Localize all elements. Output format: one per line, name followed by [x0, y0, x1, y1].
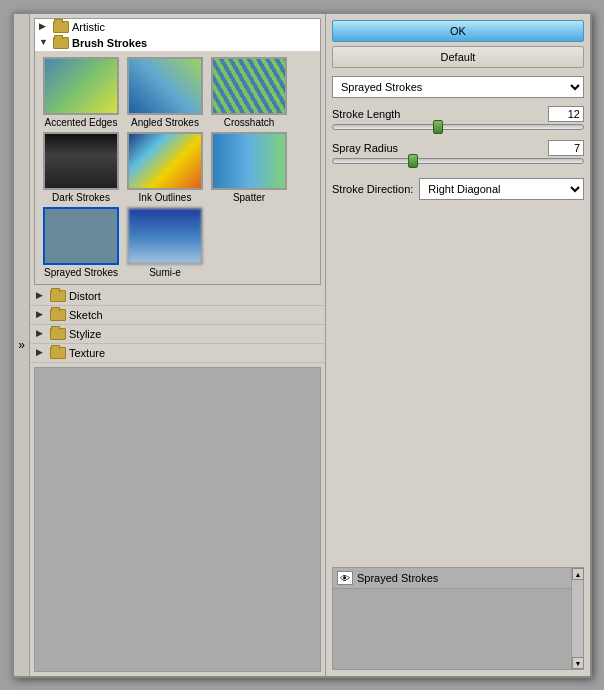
thumb-img-ink-outlines	[127, 132, 203, 190]
layer-panel: 👁 Sprayed Strokes ▲ ▼	[332, 567, 584, 670]
spray-radius-thumb[interactable]	[408, 154, 418, 168]
layer-visibility-toggle[interactable]: 👁	[337, 571, 353, 585]
filter-dropdown[interactable]: Sprayed Strokes Accented Edges Angled St…	[332, 76, 584, 98]
thumb-sprayed-strokes[interactable]: Sprayed Strokes	[41, 207, 121, 278]
label-distort: Distort	[69, 290, 101, 302]
right-panel: OK Default Sprayed Strokes Accented Edge…	[326, 14, 590, 676]
tree-item-artistic[interactable]: ▶ Artistic	[35, 19, 320, 35]
spray-radius-value[interactable]	[548, 140, 584, 156]
scroll-track	[572, 580, 583, 657]
thumb-sumi-e[interactable]: Sumi-e	[125, 207, 205, 278]
stroke-length-slider[interactable]	[332, 124, 584, 130]
layer-body	[333, 589, 571, 669]
collapsed-categories: ▶ Distort ▶ Sketch ▶ Stylize ▶ Texture	[30, 287, 325, 363]
stroke-length-param: Stroke Length	[332, 106, 584, 132]
thumb-img-accented-edges	[43, 57, 119, 115]
thumb-dark-strokes[interactable]: Dark Strokes	[41, 132, 121, 203]
label-texture: Texture	[69, 347, 105, 359]
artistic-label: Artistic	[72, 21, 105, 33]
arrow-distort: ▶	[36, 290, 48, 302]
thumb-ink-outlines[interactable]: Ink Outlines	[125, 132, 205, 203]
arrow-stylize: ▶	[36, 328, 48, 340]
thumb-label-sumi-e: Sumi-e	[149, 267, 181, 278]
layer-content	[333, 589, 571, 669]
thumb-label-dark-strokes: Dark Strokes	[52, 192, 110, 203]
stroke-length-header: Stroke Length	[332, 106, 584, 122]
stroke-direction-dropdown[interactable]: Right Diagonal Left Diagonal Vertical Ho…	[419, 178, 584, 200]
thumbnails-section: Accented Edges Angled Strokes Crosshatch…	[35, 51, 320, 284]
stroke-length-label: Stroke Length	[332, 108, 401, 120]
label-sketch: Sketch	[69, 309, 103, 321]
layer-header: 👁 Sprayed Strokes	[333, 568, 571, 589]
eye-icon: 👁	[340, 573, 350, 584]
tree-item-texture[interactable]: ▶ Texture	[30, 344, 325, 363]
folder-stylize	[50, 328, 66, 340]
stroke-length-value[interactable]	[548, 106, 584, 122]
collapse-panel-button[interactable]: »	[14, 14, 30, 676]
thumb-img-sumi-e	[127, 207, 203, 265]
folder-texture	[50, 347, 66, 359]
scroll-up-button[interactable]: ▲	[572, 568, 584, 580]
thumb-img-angled-strokes	[127, 57, 203, 115]
filter-tree: ▶ Artistic ▼ Brush Strokes Accented Edge…	[34, 18, 321, 285]
tree-item-distort[interactable]: ▶ Distort	[30, 287, 325, 306]
scroll-down-button[interactable]: ▼	[572, 657, 584, 669]
filter-select-row: Sprayed Strokes Accented Edges Angled St…	[332, 76, 584, 98]
thumb-label-crosshatch: Crosshatch	[224, 117, 275, 128]
thumb-label-ink-outlines: Ink Outlines	[139, 192, 192, 203]
layer-scrollbar: ▲ ▼	[571, 568, 583, 669]
arrow-sketch: ▶	[36, 309, 48, 321]
tree-arrow-artistic: ▶	[39, 21, 51, 33]
label-stylize: Stylize	[69, 328, 101, 340]
folder-icon-artistic	[53, 21, 69, 33]
stroke-direction-row: Stroke Direction: Right Diagonal Left Di…	[332, 178, 584, 200]
thumb-angled-strokes[interactable]: Angled Strokes	[125, 57, 205, 128]
thumbnails-grid: Accented Edges Angled Strokes Crosshatch…	[39, 55, 316, 280]
folder-icon-brush-strokes	[53, 37, 69, 49]
tree-item-sketch[interactable]: ▶ Sketch	[30, 306, 325, 325]
folder-distort	[50, 290, 66, 302]
thumb-label-angled-strokes: Angled Strokes	[131, 117, 199, 128]
layer-name: Sprayed Strokes	[357, 572, 567, 584]
ok-button[interactable]: OK	[332, 20, 584, 42]
spray-radius-label: Spray Radius	[332, 142, 398, 154]
thumb-label-accented-edges: Accented Edges	[45, 117, 118, 128]
spray-radius-slider[interactable]	[332, 158, 584, 164]
default-button[interactable]: Default	[332, 46, 584, 68]
layer-panel-main: 👁 Sprayed Strokes	[333, 568, 571, 669]
spacer	[332, 204, 584, 563]
tree-item-brush-strokes[interactable]: ▼ Brush Strokes	[35, 35, 320, 51]
stroke-direction-label: Stroke Direction:	[332, 183, 413, 195]
thumb-img-spatter	[211, 132, 287, 190]
layer-panel-inner: 👁 Sprayed Strokes ▲ ▼	[333, 568, 583, 669]
thumb-label-spatter: Spatter	[233, 192, 265, 203]
left-panel: ▶ Artistic ▼ Brush Strokes Accented Edge…	[30, 14, 326, 676]
filter-gallery-dialog: » ▶ Artistic ▼ Brush Strokes	[12, 12, 592, 678]
preview-area	[34, 367, 321, 672]
spray-radius-param: Spray Radius	[332, 140, 584, 166]
arrow-texture: ▶	[36, 347, 48, 359]
spray-radius-header: Spray Radius	[332, 140, 584, 156]
tree-item-stylize[interactable]: ▶ Stylize	[30, 325, 325, 344]
brush-strokes-label: Brush Strokes	[72, 37, 147, 49]
thumb-img-crosshatch	[211, 57, 287, 115]
thumb-img-sprayed-strokes	[43, 207, 119, 265]
thumb-crosshatch[interactable]: Crosshatch	[209, 57, 289, 128]
thumb-accented-edges[interactable]: Accented Edges	[41, 57, 121, 128]
thumb-label-sprayed-strokes: Sprayed Strokes	[44, 267, 118, 278]
stroke-length-thumb[interactable]	[433, 120, 443, 134]
thumb-spatter[interactable]: Spatter	[209, 132, 289, 203]
thumb-img-dark-strokes	[43, 132, 119, 190]
collapse-icon: »	[18, 338, 25, 352]
tree-arrow-brush-strokes: ▼	[39, 37, 51, 49]
folder-sketch	[50, 309, 66, 321]
